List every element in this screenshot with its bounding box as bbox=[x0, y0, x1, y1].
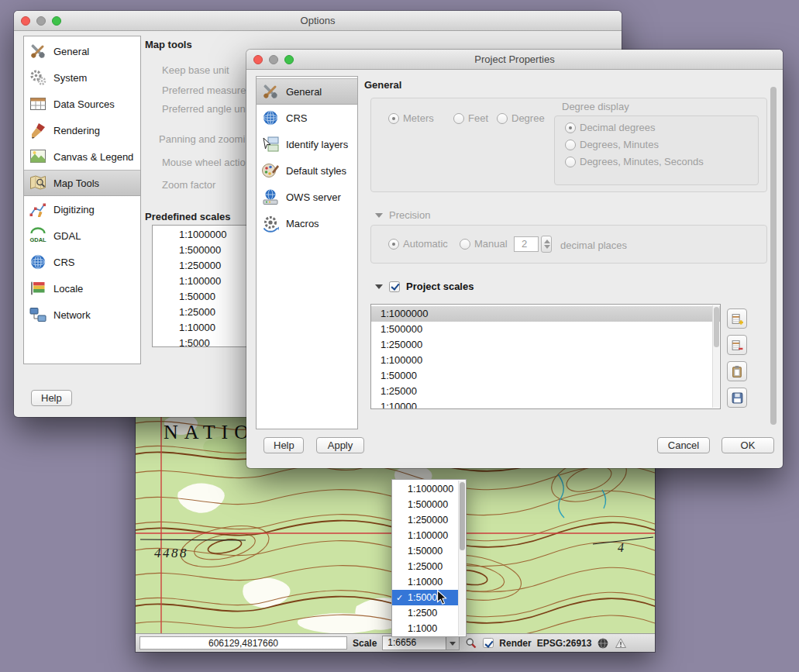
sidebar-item-label: Canvas & Legend bbox=[53, 151, 133, 163]
menu-item[interactable]: 1:10000 bbox=[392, 574, 459, 590]
radio-button[interactable] bbox=[497, 113, 508, 124]
project-scales-list[interactable]: 1:1000000 1:500000 1:250000 1:100000 1:5… bbox=[370, 304, 721, 409]
panel-title: Map tools bbox=[145, 39, 192, 50]
menu-item[interactable]: 1:250000 bbox=[392, 512, 459, 528]
map-label-elevation2: 4 bbox=[618, 541, 624, 554]
list-item[interactable]: 1:500000 bbox=[371, 322, 720, 337]
sidebar-item-network[interactable]: Network bbox=[24, 302, 140, 328]
scale-combobox-value[interactable]: 1:6656 bbox=[383, 636, 446, 650]
crs-status-icon[interactable] bbox=[597, 637, 609, 650]
log-messages-icon[interactable] bbox=[615, 637, 627, 650]
radio-button[interactable] bbox=[565, 140, 576, 150]
options-titlebar[interactable]: Options bbox=[14, 11, 622, 31]
scale-combobox[interactable]: 1:6656 bbox=[382, 636, 460, 650]
precision-header[interactable]: Precision bbox=[375, 209, 430, 221]
sidebar-item-digitizing[interactable]: Digitizing bbox=[24, 196, 140, 222]
sidebar-item-map-tools[interactable]: Map Tools bbox=[24, 170, 140, 196]
sidebar-item-locale[interactable]: Locale bbox=[24, 275, 140, 302]
radio-degree[interactable]: Degree bbox=[497, 112, 545, 124]
menu-item[interactable]: 1:1000000 bbox=[392, 481, 459, 497]
ok-button[interactable]: OK bbox=[722, 437, 774, 453]
sidebar-item-crs[interactable]: CRS bbox=[257, 105, 357, 131]
help-button[interactable]: Help bbox=[31, 390, 72, 406]
radio-manual[interactable]: Manual bbox=[460, 238, 508, 250]
sidebar-item-default-styles[interactable]: Default styles bbox=[257, 157, 357, 184]
apply-button[interactable]: Apply bbox=[316, 437, 364, 453]
radio-meters[interactable]: Meters bbox=[388, 112, 434, 124]
list-item[interactable]: 1:25000 bbox=[371, 384, 720, 399]
remove-scale-button[interactable] bbox=[727, 335, 747, 355]
canvas-icon bbox=[29, 147, 47, 166]
map-label-elevation: 4488 bbox=[154, 546, 188, 560]
coordinate-box[interactable]: 606129,4817660 bbox=[139, 636, 347, 650]
group-title: Panning and zoomi bbox=[159, 133, 245, 145]
sidebar-item-general[interactable]: General bbox=[257, 78, 357, 105]
radio-degrees-minutes-seconds[interactable]: Degrees, Minutes, Seconds bbox=[565, 156, 704, 167]
cancel-button[interactable]: Cancel bbox=[657, 437, 710, 453]
project-scales-header[interactable]: Project scales bbox=[375, 281, 474, 292]
sidebar-item-gdal[interactable]: GDAL GDAL bbox=[24, 222, 140, 249]
add-scale-button[interactable] bbox=[727, 308, 747, 329]
save-scales-button[interactable] bbox=[727, 388, 747, 408]
sidebar-item-identify-layers[interactable]: Identify layers bbox=[257, 131, 357, 157]
sidebar-item-rendering[interactable]: Rendering bbox=[24, 117, 140, 143]
menu-item[interactable]: 1:2500 bbox=[392, 605, 459, 621]
radio-degrees-minutes[interactable]: Degrees, Minutes bbox=[565, 139, 659, 150]
option-label: Preferred measure bbox=[162, 84, 246, 96]
list-scrollbar[interactable] bbox=[712, 305, 719, 408]
list-item[interactable]: 1:1000000 bbox=[371, 306, 720, 322]
sidebar-item-label: CRS bbox=[286, 112, 307, 124]
scale-combobox-arrow[interactable] bbox=[446, 636, 459, 650]
menu-item[interactable]: 1:500000 bbox=[392, 497, 459, 512]
sidebar-item-crs[interactable]: CRS bbox=[24, 249, 140, 275]
sidebar-item-canvas-legend[interactable]: Canvas & Legend bbox=[24, 143, 140, 170]
radio-button[interactable] bbox=[565, 122, 576, 133]
decimal-places-spinner[interactable]: 2 bbox=[514, 236, 552, 253]
sidebar-item-label: CRS bbox=[53, 257, 74, 268]
units-group: Meters Feet Degree Degree display Decima… bbox=[370, 98, 767, 192]
radio-automatic[interactable]: Automatic bbox=[388, 238, 448, 250]
mouse-cursor bbox=[434, 589, 451, 606]
sidebar-item-ows-server[interactable]: OWS server bbox=[257, 184, 357, 210]
sidebar-item-label: Digitizing bbox=[53, 204, 95, 215]
sidebar-item-data-sources[interactable]: Data Sources bbox=[24, 91, 140, 117]
project-properties-window: Project Properties General CRS Identify … bbox=[246, 50, 783, 468]
load-scales-button[interactable] bbox=[727, 361, 747, 381]
menu-item[interactable]: 1:50000 bbox=[392, 543, 459, 559]
list-item[interactable]: 1:250000 bbox=[371, 337, 720, 353]
radio-button[interactable] bbox=[388, 239, 399, 250]
sidebar-item-label: System bbox=[53, 72, 87, 84]
collapse-arrow-icon[interactable] bbox=[375, 284, 383, 289]
collapse-arrow-icon[interactable] bbox=[375, 213, 383, 218]
sidebar-item-general[interactable]: General bbox=[24, 38, 140, 64]
table-icon bbox=[29, 95, 47, 113]
styles-icon bbox=[261, 161, 280, 180]
project-properties-sidebar: General CRS Identify layers Default styl… bbox=[256, 76, 358, 429]
spinner-value[interactable]: 2 bbox=[514, 236, 539, 252]
magnifier-icon[interactable] bbox=[465, 637, 477, 650]
sidebar-item-system[interactable]: System bbox=[24, 64, 140, 91]
radio-feet[interactable]: Feet bbox=[453, 112, 488, 124]
radio-decimal-degrees[interactable]: Decimal degrees bbox=[565, 122, 656, 133]
menu-scrollbar[interactable] bbox=[458, 481, 465, 636]
radio-button[interactable] bbox=[565, 157, 576, 167]
menu-item[interactable]: 1:1000 bbox=[392, 621, 459, 636]
list-item[interactable]: 1:50000 bbox=[371, 368, 720, 384]
radio-button[interactable] bbox=[460, 239, 470, 250]
help-button[interactable]: Help bbox=[263, 437, 304, 453]
menu-item[interactable]: 1:25000 bbox=[392, 559, 459, 574]
project-properties-titlebar[interactable]: Project Properties bbox=[246, 50, 783, 70]
spinner-stepper[interactable] bbox=[541, 236, 552, 253]
project-scales-checkbox[interactable] bbox=[389, 281, 400, 292]
precision-title: Precision bbox=[389, 209, 430, 221]
predefined-scales-title: Predefined scales bbox=[145, 211, 231, 222]
radio-button[interactable] bbox=[453, 113, 464, 124]
list-item[interactable]: 1:10000 bbox=[371, 399, 720, 409]
render-checkbox[interactable] bbox=[483, 638, 494, 648]
list-item[interactable]: 1:100000 bbox=[371, 353, 720, 368]
menu-item[interactable]: 1:100000 bbox=[392, 528, 459, 543]
identify-icon bbox=[261, 135, 280, 153]
sidebar-item-macros[interactable]: Macros bbox=[257, 210, 357, 236]
window-scrollbar[interactable] bbox=[770, 87, 777, 425]
radio-button[interactable] bbox=[388, 113, 399, 124]
